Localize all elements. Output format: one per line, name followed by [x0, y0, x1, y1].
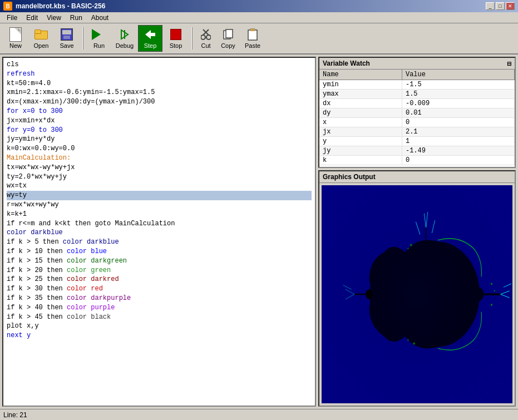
- col-name: Name: [319, 70, 402, 80]
- copy-label: Copy: [221, 42, 235, 49]
- svg-point-6: [206, 35, 211, 39]
- var-value: -0.009: [402, 99, 514, 108]
- cut-button[interactable]: Cut: [196, 25, 216, 52]
- code-line: for y=0 to 300: [7, 126, 312, 135]
- svg-point-29: [366, 289, 373, 299]
- menu-run[interactable]: Run: [66, 13, 87, 23]
- copy-button[interactable]: Copy: [217, 25, 239, 52]
- code-line: tx=wx*wx-wy*wy+jx: [7, 163, 312, 172]
- code-line: wy=ty: [7, 191, 312, 200]
- table-row: dx-0.009: [319, 99, 515, 108]
- svg-rect-21: [322, 185, 512, 403]
- variable-table: Name Value ymin-1.5ymax1.5dx-0.009dy0.01…: [319, 70, 515, 167]
- save-icon: [60, 28, 73, 41]
- code-line: xmin=2.1:xmax=-0.6:ymin=-1.5:ymax=1.5: [7, 88, 312, 97]
- variable-watch-header: Variable Watch ⊟: [319, 58, 515, 70]
- var-name: dx: [319, 99, 402, 108]
- code-line: wx=tx: [7, 181, 312, 191]
- var-name: jy: [319, 146, 402, 156]
- var-value: 0: [402, 156, 514, 165]
- table-row: y1: [319, 137, 515, 146]
- code-line: for x=0 to 300: [7, 107, 312, 116]
- graphics-output-title: Graphics Output: [323, 173, 376, 181]
- table-row: ymax1.5: [319, 90, 515, 99]
- save-label: Save: [60, 42, 73, 49]
- code-line: if k > 10 then color blue: [7, 247, 312, 256]
- variable-watch-panel: Variable Watch ⊟ Name Value ymin-1.5ymax…: [318, 57, 516, 168]
- table-row: x0: [319, 118, 515, 127]
- new-label: New: [9, 42, 22, 49]
- maximize-button[interactable]: □: [496, 2, 505, 10]
- var-value: -1.5: [402, 80, 514, 90]
- code-line: cls: [7, 60, 312, 70]
- var-value: -1.49: [402, 146, 514, 156]
- step-button[interactable]: Step: [138, 25, 162, 52]
- code-line: k=k+1: [7, 210, 312, 219]
- svg-point-24: [413, 343, 415, 345]
- run-label: Run: [93, 42, 105, 49]
- toolbar: New Open Save Run Debug: [0, 23, 518, 55]
- status-bar: Line: 21: [0, 409, 518, 420]
- svg-point-25: [407, 339, 408, 341]
- mandelbrot-image: [322, 185, 512, 403]
- code-editor[interactable]: clsrefreshkt=50:m=4.0xmin=2.1:xmax=-0.6:…: [3, 58, 315, 406]
- var-value: 0: [402, 118, 514, 127]
- code-line: if r<=m and k<kt then goto MainCalculati…: [7, 219, 312, 229]
- run-button[interactable]: Run: [87, 25, 111, 52]
- save-button[interactable]: Save: [55, 25, 79, 52]
- svg-point-27: [494, 290, 495, 291]
- new-button[interactable]: New: [3, 25, 28, 52]
- variable-watch-icon[interactable]: ⊟: [507, 61, 511, 67]
- stop-button[interactable]: Stop: [164, 25, 188, 52]
- debug-icon: [118, 28, 131, 41]
- table-row: jx2.1: [319, 127, 515, 137]
- code-line: dx=(xmax-xmin)/300:dy=(ymax-ymin)/300: [7, 97, 312, 107]
- line-number: Line: 21: [3, 411, 27, 419]
- close-button[interactable]: ✕: [506, 2, 515, 10]
- title-bar: B mandelbrot.kbs - BASIC-256 _ □ ✕: [0, 0, 518, 12]
- open-label: Open: [34, 42, 49, 49]
- code-line: next y: [7, 331, 312, 340]
- svg-point-23: [407, 248, 408, 250]
- debug-button[interactable]: Debug: [112, 25, 137, 52]
- menu-bar: File Edit View Run About: [0, 12, 518, 23]
- step-label: Step: [144, 42, 157, 49]
- paste-icon: [246, 28, 259, 41]
- code-line: if k > 15 then color darkgreen: [7, 256, 312, 266]
- var-value: 1: [402, 137, 514, 146]
- menu-view[interactable]: View: [42, 13, 66, 23]
- code-line: k=0:wx=0.0:wy=0.0: [7, 144, 312, 154]
- paste-button[interactable]: Paste: [240, 25, 265, 52]
- code-line: if k > 5 then color darkblue: [7, 238, 312, 247]
- title-bar-left: B mandelbrot.kbs - BASIC-256: [3, 2, 105, 11]
- title-bar-controls: _ □ ✕: [486, 2, 515, 10]
- var-value: 2.1: [402, 127, 514, 137]
- separator-2: [191, 27, 193, 50]
- code-line: if k > 20 then color green: [7, 266, 312, 275]
- minimize-button[interactable]: _: [486, 2, 495, 10]
- open-icon: [34, 28, 48, 41]
- code-line: MainCalculation:: [7, 154, 312, 163]
- var-name: x: [319, 118, 402, 127]
- code-line: jx=xmin+x*dx: [7, 116, 312, 126]
- menu-about[interactable]: About: [87, 13, 113, 23]
- var-name: y: [319, 137, 402, 146]
- step-icon: [144, 28, 157, 41]
- var-name: ymax: [319, 90, 402, 99]
- variable-watch-title: Variable Watch: [323, 60, 370, 67]
- code-line: refresh: [7, 70, 312, 79]
- svg-point-26: [491, 283, 492, 285]
- table-row: ymin-1.5: [319, 80, 515, 90]
- menu-edit[interactable]: Edit: [22, 13, 42, 23]
- paste-label: Paste: [245, 42, 260, 49]
- menu-file[interactable]: File: [2, 13, 22, 23]
- col-value: Value: [402, 70, 514, 80]
- stop-label: Stop: [170, 42, 182, 49]
- code-line: kt=50:m=4.0: [7, 79, 312, 88]
- open-button[interactable]: Open: [29, 25, 53, 52]
- var-value: 0.01: [402, 108, 514, 118]
- svg-rect-10: [248, 30, 257, 40]
- cut-icon: [199, 28, 213, 41]
- new-icon: [9, 28, 22, 41]
- right-panel: Variable Watch ⊟ Name Value ymin-1.5ymax…: [318, 57, 516, 407]
